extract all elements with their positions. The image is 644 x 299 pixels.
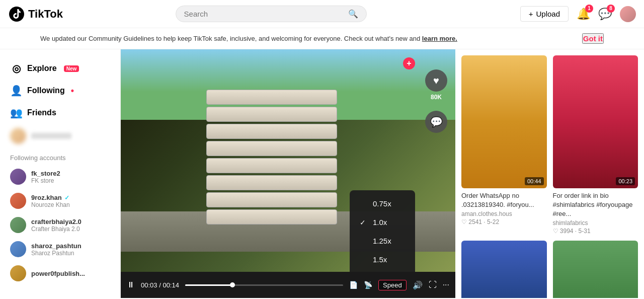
following-section-title: Following accounts — [0, 148, 120, 165]
speed-value: 1.5x — [373, 255, 387, 264]
fullscreen-button[interactable]: ⛶ — [429, 280, 437, 289]
sidebar-item-following[interactable]: 👤 Following • — [0, 80, 120, 102]
duration-badge-2: 00:23 — [616, 177, 635, 185]
explore-label: Explore — [27, 64, 57, 73]
sidebar-item-explore[interactable]: ◎ Explore New — [0, 57, 120, 80]
speed-option-075[interactable]: 0.75x — [350, 194, 415, 213]
explore-icon: ◎ — [10, 62, 22, 74]
following-icon: 👤 — [10, 85, 22, 97]
thumb-image-4 — [553, 241, 638, 298]
video-thumb-2: 00:23 — [553, 55, 638, 188]
speed-value: 1.25x — [373, 237, 391, 245]
like-button[interactable]: ♥ 80K — [425, 69, 447, 101]
speed-option-10[interactable]: ✓ 1.0x — [350, 213, 415, 232]
learn-more-link[interactable]: learn more. — [422, 35, 457, 42]
caption-button[interactable]: 📄 — [349, 281, 358, 289]
speed-option-20[interactable]: 2.0x — [350, 269, 415, 272]
new-badge: New — [64, 65, 79, 72]
account-item-9roz-khan[interactable]: 9roz.khan ✓ Nouroze Khan — [0, 189, 120, 213]
thumb-image-2 — [553, 55, 638, 188]
messages-button[interactable]: 💬 8 — [598, 8, 612, 21]
volume-button[interactable]: 🔊 — [413, 280, 423, 290]
friends-label: Friends — [27, 108, 56, 117]
video-card-4[interactable] — [553, 241, 638, 298]
speed-option-15[interactable]: 1.5x — [350, 250, 415, 269]
duration-badge-1: 00:44 — [525, 177, 544, 185]
video-actions: ♥ 80K 💬 — [425, 69, 447, 133]
banner-text: We updated our Community Guidelines to h… — [40, 34, 570, 44]
video-card-1[interactable]: 00:44 Order WhatsApp no .03213819340. #f… — [461, 55, 547, 235]
thumb-image-3 — [461, 241, 547, 298]
card-stats-1: ♡ 2541 · 5-22 — [461, 218, 547, 226]
account-item-sharoz[interactable]: sharoz_pashtun Sharoz Pashtun — [0, 237, 120, 261]
like-count: 80K — [431, 94, 442, 101]
search-bar[interactable]: 🔍 — [176, 6, 367, 22]
video-card-3[interactable] — [461, 241, 547, 298]
card-author-2: shimlafabrics — [553, 219, 638, 227]
following-dot: • — [71, 86, 74, 95]
airplay-button[interactable]: 📡 — [364, 281, 372, 289]
account-info: power0fpublish... — [31, 270, 85, 277]
pause-button[interactable]: ⏸ — [127, 280, 135, 289]
sidebar-blurred-account[interactable] — [0, 124, 120, 148]
main-content: ◎ Explore New 👤 Following • 👥 Friends Fo… — [0, 49, 644, 298]
sidebar-item-friends[interactable]: 👥 Friends — [0, 102, 120, 124]
heart-icon-circle: ♥ — [425, 69, 447, 92]
account-item-power0fpublish[interactable]: power0fpublish... — [0, 261, 120, 285]
community-banner: We updated our Community Guidelines to h… — [0, 28, 644, 49]
more-options-button[interactable]: ··· — [443, 280, 449, 289]
comment-button[interactable]: 💬 — [425, 111, 447, 133]
right-panel: 00:44 Order WhatsApp no .03213819340. #f… — [455, 49, 644, 298]
speed-check-selected: ✓ — [360, 218, 368, 227]
mattress-stack — [191, 59, 332, 231]
card-desc-2: For order link in bio #shimlafabrics #fo… — [553, 191, 638, 219]
speed-value: 1.0x — [373, 218, 387, 227]
account-info: crafterbhaiya2.0 Crafter Bhaiya 2.0 — [31, 218, 82, 233]
upload-button[interactable]: + Upload — [520, 6, 569, 22]
header: TikTok 🔍 + Upload 🔔 1 💬 8 — [0, 0, 644, 28]
account-item-crafterbhaiya[interactable]: crafterbhaiya2.0 Crafter Bhaiya 2.0 — [0, 213, 120, 237]
speed-button[interactable]: Speed — [378, 280, 407, 290]
header-right: + Upload 🔔 1 💬 8 — [520, 6, 636, 22]
video-background[interactable]: + ♥ 80K 💬 0.75x ✓ 1.0x — [121, 49, 455, 272]
card-stats-2: ♡ 3994 · 5-31 — [553, 228, 638, 235]
time-display: 00:03 / 00:14 — [141, 281, 179, 289]
plus-icon: + — [529, 10, 533, 18]
card-desc-1: Order WhatsApp no .03213819340. #foryou.… — [461, 191, 547, 209]
messages-badge: 8 — [607, 5, 615, 13]
speed-menu: 0.75x ✓ 1.0x 1.25x 1.5x 2.0x — [350, 190, 415, 272]
search-input[interactable] — [184, 10, 344, 18]
account-info: 9roz.khan ✓ Nouroze Khan — [31, 194, 70, 208]
sidebar: ◎ Explore New 👤 Following • 👥 Friends Fo… — [0, 49, 121, 298]
logo-text: TikTok — [28, 8, 63, 21]
avatar[interactable] — [620, 6, 636, 22]
progress-fill — [185, 284, 232, 286]
video-section: + ♥ 80K 💬 0.75x ✓ 1.0x — [121, 49, 455, 298]
progress-bar[interactable] — [185, 284, 343, 286]
video-card-2[interactable]: 00:23 For order link in bio #shimlafabri… — [553, 55, 638, 235]
account-info: fk_store2 FK store — [31, 170, 60, 184]
account-info: sharoz_pashtun Sharoz Pashtun — [31, 242, 82, 257]
thumb-image-1 — [461, 55, 547, 188]
upload-label: Upload — [536, 10, 560, 18]
plus-follow-button[interactable]: + — [403, 57, 415, 69]
video-thumb-1: 00:44 — [461, 55, 547, 188]
account-item-fk-store2[interactable]: fk_store2 FK store — [0, 165, 120, 189]
speed-value: 0.75x — [373, 199, 391, 208]
video-controls: ⏸ 00:03 / 00:14 📄 📡 Speed 🔊 ⛶ ··· — [121, 272, 455, 298]
logo-area: TikTok — [8, 6, 99, 23]
video-thumb-4 — [553, 241, 638, 298]
following-label: Following — [27, 86, 65, 95]
video-thumb-3 — [461, 241, 547, 298]
card-author-1: aman.clothes.hous — [461, 210, 547, 217]
inbox-badge: 1 — [585, 5, 593, 13]
search-icon: 🔍 — [348, 9, 358, 19]
progress-thumb — [230, 282, 235, 287]
inbox-button[interactable]: 🔔 1 — [577, 8, 590, 21]
tiktok-logo-icon — [8, 6, 25, 23]
got-it-button[interactable]: Got it — [582, 33, 604, 44]
verified-icon: ✓ — [64, 194, 69, 201]
speed-option-125[interactable]: 1.25x — [350, 232, 415, 250]
comment-icon-circle: 💬 — [425, 111, 447, 133]
friends-icon: 👥 — [10, 107, 22, 119]
